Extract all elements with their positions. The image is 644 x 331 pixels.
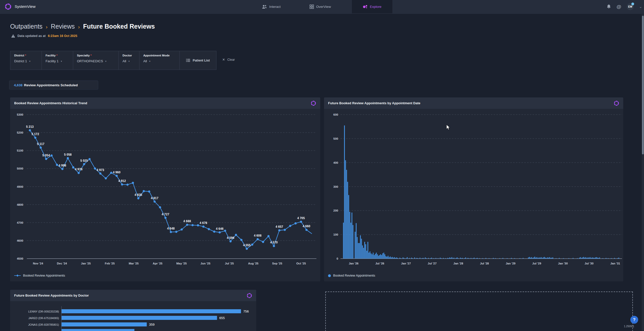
filter-doctor-select[interactable]: All▾ <box>123 59 139 63</box>
svg-text:Apr '25: Apr '25 <box>153 262 163 265</box>
svg-text:5 058: 5 058 <box>64 153 72 156</box>
svg-text:4 817: 4 817 <box>151 196 158 200</box>
clear-filters-button[interactable]: ✕ Clear <box>222 58 235 61</box>
patient-list-button[interactable]: Patient List <box>180 51 216 70</box>
filter-facility-select[interactable]: Facility 1▾ <box>46 59 73 63</box>
svg-text:200: 200 <box>333 209 338 212</box>
svg-text:Jan '31: Jan '31 <box>610 262 620 265</box>
svg-text:5000: 5000 <box>17 167 23 170</box>
svg-text:4 660: 4 660 <box>303 224 310 228</box>
filter-appointment-mode-select[interactable]: All▾ <box>143 59 179 63</box>
card-future-by-date: Future Booked Review Appointments by App… <box>324 97 623 281</box>
dashed-circle-icon[interactable] <box>247 293 252 298</box>
dashed-circle-icon[interactable] <box>614 100 619 106</box>
explore-page: SystemView Interact OverView Expl <box>0 0 644 331</box>
mouse-cursor <box>446 125 451 130</box>
future-by-doctor-chart[interactable]: LENNY (DR-009220238)756JARED (DR-6751840… <box>10 301 256 331</box>
help-icon: ? <box>633 317 635 322</box>
filter-facility: Facility* Facility 1▾ <box>42 51 73 70</box>
svg-text:Jan '27: Jan '27 <box>401 262 411 265</box>
svg-text:655: 655 <box>219 316 225 320</box>
kpi-value: 4,638 <box>14 83 23 87</box>
svg-text:4 960: 4 960 <box>113 171 120 174</box>
list-icon <box>186 59 190 62</box>
svg-text:4 835: 4 835 <box>134 193 142 197</box>
svg-text:May '25: May '25 <box>176 262 187 265</box>
svg-text:4 608: 4 608 <box>254 234 261 237</box>
tab-overview[interactable]: OverView <box>305 0 335 13</box>
svg-text:4 570: 4 570 <box>270 241 278 244</box>
tab-interact-label: Interact <box>269 5 280 9</box>
close-icon: ✕ <box>222 58 225 61</box>
required-marker: * <box>56 54 57 57</box>
card-future-by-doctor: Future Booked Review Appointments by Doc… <box>10 290 256 331</box>
svg-text:5 117: 5 117 <box>37 142 45 146</box>
filter-doctor: Doctor All▾ <box>119 51 139 70</box>
mentions-icon[interactable]: @ <box>617 4 621 10</box>
svg-text:500: 500 <box>333 137 338 140</box>
svg-text:5300: 5300 <box>17 113 23 116</box>
patient-list-label: Patient List <box>193 59 210 62</box>
required-marker: * <box>91 54 92 57</box>
svg-text:4 976: 4 976 <box>75 168 83 171</box>
svg-text:Nov '24: Nov '24 <box>33 262 43 265</box>
svg-text:4 648: 4 648 <box>167 227 175 230</box>
card-future-by-date-header: Future Booked Review Appointments by App… <box>324 97 623 109</box>
version-label: 1.2509.1 <box>620 325 638 328</box>
avatar-initials: EW <box>628 5 632 8</box>
historical-trend-legend[interactable]: Booked Review Appointments <box>14 274 65 277</box>
breadcrumb-reviews[interactable]: Reviews <box>51 23 75 30</box>
svg-text:LENNY (DR-009220238): LENNY (DR-009220238) <box>28 310 59 313</box>
svg-text:Jul '27: Jul '27 <box>428 262 436 265</box>
grid-icon <box>310 5 314 9</box>
updated-timestamp: 6:23am 16 Oct 2025 <box>48 34 77 38</box>
user-avatar[interactable]: EW <box>627 3 634 10</box>
breadcrumb-separator: › <box>78 24 80 30</box>
tab-interact[interactable]: Interact <box>259 0 284 13</box>
page-title: Future Booked Reviews <box>83 23 155 30</box>
card-historical-trend: Booked Review Appointments Historical Tr… <box>10 97 320 281</box>
svg-text:4 555: 4 555 <box>243 243 251 247</box>
svg-text:Jul '29: Jul '29 <box>532 262 541 265</box>
clear-label: Clear <box>227 58 235 61</box>
future-by-date-chart[interactable]: 0100200300400500600Jan '26Jul '26Jan '27… <box>324 109 623 267</box>
card-title: Future Booked Review Appointments by Doc… <box>14 294 89 297</box>
filter-appointment-mode: Appointment Mode All▾ <box>139 51 180 70</box>
filter-specialty-select[interactable]: ORTHOPAEDICS▾ <box>77 59 118 63</box>
breadcrumb-outpatients[interactable]: Outpatients <box>10 23 43 30</box>
help-button[interactable]: ? <box>630 316 638 324</box>
svg-text:600: 600 <box>333 113 338 116</box>
svg-text:Jan '30: Jan '30 <box>558 262 568 265</box>
required-marker: * <box>25 54 26 57</box>
future-by-date-legend[interactable]: Booked Review Appointments <box>328 274 375 277</box>
app-title: SystemView <box>15 4 35 9</box>
card-title: Future Booked Review Appointments by App… <box>328 101 420 105</box>
tab-explore[interactable]: Explore <box>352 0 392 13</box>
empty-widget-placeholder <box>325 292 633 331</box>
updated-prefix: Data updated as at <box>17 34 46 38</box>
card-title: Booked Review Appointments Historical Tr… <box>14 101 87 105</box>
filter-district-select[interactable]: District 1▾ <box>14 59 42 63</box>
svg-text:4 912: 4 912 <box>118 179 126 183</box>
svg-text:4700: 4700 <box>17 221 23 224</box>
notifications-bell-icon[interactable] <box>607 4 611 9</box>
page-scrollbar-thumb[interactable] <box>642 16 644 154</box>
svg-text:Jan '25: Jan '25 <box>81 262 91 265</box>
dashed-circle-icon[interactable] <box>311 100 316 106</box>
svg-text:4 657: 4 657 <box>275 225 283 229</box>
svg-text:4800: 4800 <box>17 203 23 206</box>
svg-text:5 213: 5 213 <box>26 125 34 129</box>
svg-text:756: 756 <box>243 309 249 313</box>
tab-overview-label: OverView <box>316 5 331 9</box>
svg-text:4500: 4500 <box>17 257 23 260</box>
svg-text:Jul '28: Jul '28 <box>480 262 489 265</box>
card-historical-trend-header: Booked Review Appointments Historical Tr… <box>10 97 320 109</box>
chevron-down-icon[interactable]: ⌄ <box>639 5 642 9</box>
svg-text:400: 400 <box>333 161 338 164</box>
svg-text:4 596: 4 596 <box>227 236 234 240</box>
svg-text:4 646: 4 646 <box>216 227 224 231</box>
breadcrumb: Outpatients › Reviews › Future Booked Re… <box>10 23 155 30</box>
historical-trend-chart[interactable]: 450046004700480049005000510052005300Nov … <box>10 109 320 267</box>
svg-text:300: 300 <box>333 185 338 188</box>
svg-text:4 705: 4 705 <box>297 216 305 220</box>
